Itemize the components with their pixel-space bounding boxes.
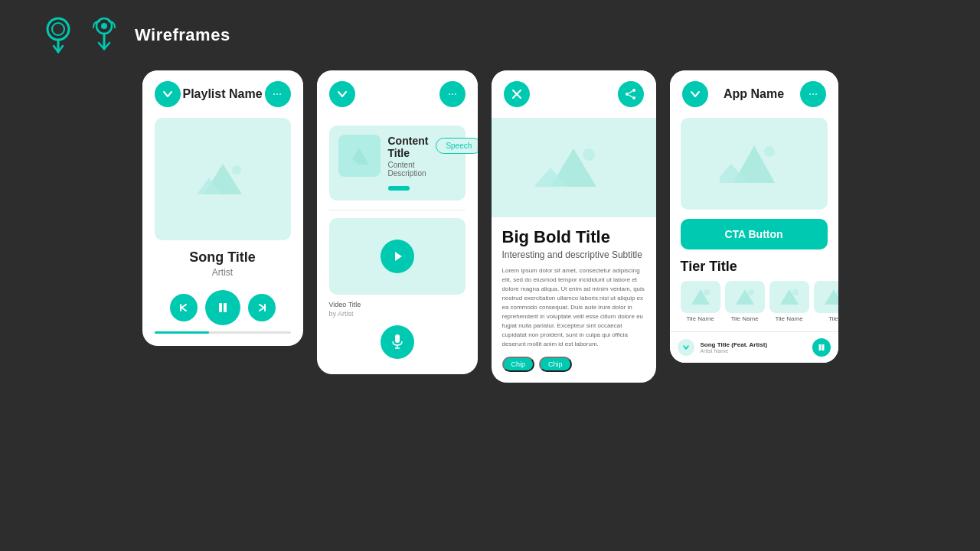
tile-3-image bbox=[769, 281, 809, 313]
wireframes-container: Playlist Name ⋯ Song Title Artist bbox=[0, 70, 980, 383]
card1-prev-btn[interactable] bbox=[170, 294, 198, 321]
card1-controls bbox=[142, 290, 303, 325]
card3-hero-image bbox=[492, 118, 656, 217]
card2-content-description: Content Description bbox=[388, 161, 429, 178]
card2-info: Content Title Content Description bbox=[388, 135, 429, 191]
mountain-icon bbox=[192, 156, 253, 202]
tile-2-image bbox=[725, 281, 765, 313]
card1-album-art bbox=[155, 118, 291, 240]
svg-point-38 bbox=[792, 289, 799, 295]
card2-play-btn[interactable] bbox=[381, 240, 414, 273]
svg-point-29 bbox=[583, 148, 595, 161]
card3-subtitle: Interesting and descriptive Subtitle bbox=[502, 249, 645, 260]
card2-content-title: Content Title bbox=[388, 135, 429, 159]
music-player-card: Playlist Name ⋯ Song Title Artist bbox=[142, 70, 303, 346]
card3-body: Big Bold Title Interesting and descripti… bbox=[492, 217, 656, 383]
card1-song-info: Song Title Artist bbox=[142, 249, 303, 278]
mini-track-info: Song Title (Feat. Artist) Artist Name bbox=[701, 341, 806, 354]
tile-3: Tile Name bbox=[769, 281, 809, 322]
mini-song-title: Song Title (Feat. Artist) bbox=[701, 341, 806, 348]
card4-chevron-btn[interactable] bbox=[682, 81, 708, 107]
card4-mini-player: Song Title (Feat. Artist) Artist Name bbox=[670, 331, 838, 363]
card4-tier-title: Tier Title bbox=[670, 259, 838, 275]
card3-share-btn[interactable] bbox=[618, 81, 644, 107]
card3-chips: Chip Chip bbox=[502, 357, 645, 372]
card2-topbar: ⋯ bbox=[317, 70, 478, 118]
card2-content-area: Content Title Content Description Speech… bbox=[317, 118, 478, 374]
card3-chip1[interactable]: Chip bbox=[502, 357, 535, 372]
app-card: App Name ⋯ CTA Button Tier Title Tile Na… bbox=[670, 70, 838, 363]
card4-topbar: App Name ⋯ bbox=[670, 70, 838, 118]
tile-2-name: Tile Name bbox=[725, 315, 765, 322]
svg-point-22 bbox=[632, 89, 635, 92]
tile-1-name: Tile Name bbox=[681, 315, 720, 322]
card2-speech-btn[interactable]: Speech bbox=[436, 138, 477, 154]
svg-point-36 bbox=[748, 289, 754, 295]
article-card: Big Bold Title Interesting and descripti… bbox=[492, 70, 656, 383]
card2-mic-btn[interactable] bbox=[381, 325, 414, 359]
card1-title: Playlist Name bbox=[181, 87, 265, 101]
svg-point-2 bbox=[52, 23, 64, 35]
svg-line-25 bbox=[629, 91, 632, 93]
tile-3-name: Tile Name bbox=[769, 315, 809, 322]
tile-4-name: Tile bbox=[814, 315, 838, 322]
svg-point-8 bbox=[232, 165, 241, 174]
tile-4-image bbox=[814, 281, 838, 313]
card2-more-btn[interactable]: ⋯ bbox=[439, 81, 466, 107]
svg-point-4 bbox=[101, 23, 107, 29]
svg-marker-39 bbox=[825, 289, 838, 305]
card3-lorem-text: Lorem ipsum dolor sit amet, consectetur … bbox=[502, 266, 645, 349]
card1-next-btn[interactable] bbox=[248, 294, 276, 321]
svg-point-40 bbox=[837, 289, 838, 295]
card1-pause-btn[interactable] bbox=[205, 290, 240, 325]
card1-chevron-btn[interactable] bbox=[155, 81, 181, 107]
card1-song-title: Song Title bbox=[150, 249, 296, 266]
svg-point-15 bbox=[362, 148, 368, 154]
card1-progress-fill bbox=[155, 331, 209, 334]
tile-1-image bbox=[681, 281, 720, 313]
card4-hero-image bbox=[681, 118, 828, 210]
header: Wireframes bbox=[0, 0, 980, 70]
card1-more-btn[interactable]: ⋯ bbox=[265, 81, 291, 107]
svg-point-1 bbox=[47, 18, 69, 40]
media-player-card: ⋯ Content Title Content Description Spee… bbox=[317, 70, 478, 374]
card1-progress-bar-container[interactable] bbox=[155, 331, 291, 334]
svg-point-34 bbox=[704, 289, 710, 295]
card2-video-area bbox=[329, 218, 466, 295]
card1-topbar: Playlist Name ⋯ bbox=[142, 70, 303, 118]
logo-svg bbox=[87, 15, 127, 55]
svg-rect-11 bbox=[224, 303, 227, 312]
card3-close-btn[interactable] bbox=[504, 81, 530, 107]
card2-divider bbox=[329, 210, 466, 210]
svg-rect-42 bbox=[822, 344, 824, 350]
card2-thumbnail bbox=[338, 135, 381, 177]
card3-topbar bbox=[492, 70, 656, 118]
tile-2: Tile Name bbox=[725, 281, 765, 322]
svg-point-23 bbox=[632, 96, 635, 99]
svg-point-24 bbox=[626, 93, 629, 96]
svg-rect-41 bbox=[818, 344, 821, 350]
app-name: Wireframes bbox=[135, 25, 230, 45]
logo-icon bbox=[38, 15, 78, 55]
card2-chevron-btn[interactable] bbox=[329, 81, 355, 107]
card2-video-by: by Artist bbox=[329, 310, 466, 318]
svg-line-26 bbox=[629, 95, 632, 97]
mini-artist: Artist Name bbox=[701, 348, 806, 354]
card4-cta-button[interactable]: CTA Button bbox=[681, 219, 828, 249]
card4-tiles: Tile Name Tile Name Tile Name Tile bbox=[670, 281, 838, 322]
card3-chip2[interactable]: Chip bbox=[539, 357, 572, 372]
svg-point-32 bbox=[764, 146, 775, 157]
mini-pause-btn[interactable] bbox=[812, 338, 831, 357]
card4-more-btn[interactable]: ⋯ bbox=[800, 81, 826, 107]
card2-mic-area bbox=[329, 325, 466, 359]
card2-video-title: Video Title bbox=[329, 301, 466, 308]
card2-media-row: Content Title Content Description Speech bbox=[329, 126, 466, 201]
card4-app-name: App Name bbox=[708, 87, 800, 101]
tile-4: Tile bbox=[814, 281, 838, 322]
svg-rect-10 bbox=[219, 303, 222, 312]
card3-big-title: Big Bold Title bbox=[502, 228, 645, 246]
card1-artist: Artist bbox=[150, 267, 296, 278]
card2-action-btn[interactable] bbox=[388, 186, 410, 191]
mini-player-chevron bbox=[678, 339, 694, 356]
svg-rect-17 bbox=[395, 334, 400, 343]
